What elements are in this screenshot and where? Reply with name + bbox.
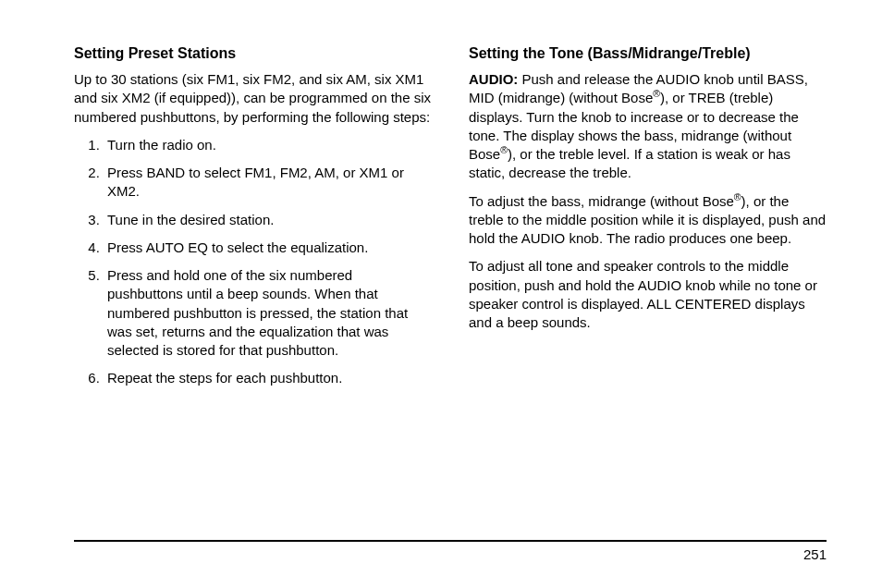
step-item: Press AUTO EQ to select the equalization… xyxy=(104,239,432,257)
step-item: Tune in the desired station. xyxy=(104,211,432,229)
step-item: Repeat the steps for each pushbutton. xyxy=(104,369,432,387)
body-text: To adjust the bass, midrange (without Bo… xyxy=(469,193,734,209)
registered-icon: ® xyxy=(500,144,508,155)
steps-list: Turn the radio on. Press BAND to select … xyxy=(74,136,432,388)
step-item: Turn the radio on. xyxy=(104,136,432,154)
body-text: ), or the treble level. If a station is … xyxy=(469,146,790,180)
section-heading-tone: Setting the Tone (Bass/Midrange/Treble) xyxy=(469,44,827,63)
all-centered-paragraph: To adjust all tone and speaker controls … xyxy=(469,257,827,332)
step-item: Press BAND to select FM1, FM2, AM, or XM… xyxy=(104,164,432,202)
two-column-layout: Setting Preset Stations Up to 30 station… xyxy=(74,44,827,398)
adjust-paragraph: To adjust the bass, midrange (without Bo… xyxy=(469,192,827,249)
audio-label: AUDIO: xyxy=(469,71,518,87)
audio-paragraph: AUDIO: Push and release the AUDIO knob u… xyxy=(469,70,827,183)
manual-page: Setting Preset Stations Up to 30 station… xyxy=(0,0,882,588)
step-item: Press and hold one of the six numbered p… xyxy=(104,266,432,360)
intro-paragraph: Up to 30 stations (six FM1, six FM2, and… xyxy=(74,70,432,127)
right-column: Setting the Tone (Bass/Midrange/Treble) … xyxy=(469,44,827,398)
page-number: 251 xyxy=(803,545,827,564)
left-column: Setting Preset Stations Up to 30 station… xyxy=(74,44,432,398)
section-heading-preset: Setting Preset Stations xyxy=(74,44,432,63)
footer-rule xyxy=(74,540,827,542)
registered-icon: ® xyxy=(653,88,660,99)
registered-icon: ® xyxy=(734,191,741,202)
